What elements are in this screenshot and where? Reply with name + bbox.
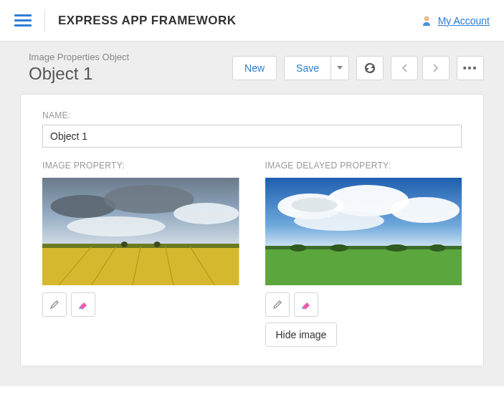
next-button[interactable] bbox=[422, 56, 450, 80]
name-input[interactable] bbox=[42, 125, 462, 148]
toolbar: New Save ••• bbox=[232, 56, 484, 80]
svg-point-26 bbox=[429, 244, 445, 252]
image-property-column: IMAGE PROPERTY: bbox=[42, 161, 239, 347]
name-label: NAME: bbox=[42, 110, 462, 120]
image-property-preview bbox=[42, 178, 239, 285]
form-card: NAME: IMAGE PROPERTY: bbox=[20, 94, 484, 366]
breadcrumb: Image Properties Object bbox=[29, 52, 129, 62]
svg-point-25 bbox=[386, 244, 407, 252]
svg-point-19 bbox=[294, 211, 384, 231]
svg-point-20 bbox=[291, 198, 337, 212]
save-button[interactable]: Save bbox=[284, 56, 331, 80]
prev-button[interactable] bbox=[391, 56, 418, 80]
svg-point-23 bbox=[290, 244, 306, 252]
svg-rect-21 bbox=[265, 246, 462, 285]
chevron-down-icon bbox=[337, 66, 343, 70]
eraser-icon bbox=[77, 300, 89, 310]
image-delayed-label: IMAGE DELAYED PROPERTY: bbox=[265, 161, 462, 171]
hide-image-button[interactable]: Hide image bbox=[265, 323, 338, 347]
svg-point-5 bbox=[67, 216, 165, 237]
svg-point-14 bbox=[154, 242, 161, 247]
pencil-icon bbox=[272, 300, 282, 310]
image-property-edit-button[interactable] bbox=[42, 292, 67, 317]
user-icon bbox=[421, 15, 432, 27]
chevron-left-icon bbox=[401, 64, 407, 72]
sub-header: Image Properties Object Object 1 New Sav… bbox=[0, 42, 504, 94]
divider bbox=[44, 10, 45, 32]
dots-icon: ••• bbox=[463, 62, 478, 74]
pencil-icon bbox=[49, 300, 60, 310]
image-property-label: IMAGE PROPERTY: bbox=[42, 161, 239, 171]
top-bar: EXPRESS APP FRAMEWORK My Account bbox=[0, 0, 504, 42]
svg-point-24 bbox=[330, 244, 348, 252]
more-button[interactable]: ••• bbox=[457, 56, 484, 80]
account-area: My Account bbox=[421, 15, 490, 27]
new-button[interactable]: New bbox=[232, 56, 277, 80]
image-delayed-edit-button[interactable] bbox=[265, 292, 290, 317]
my-account-link[interactable]: My Account bbox=[438, 15, 490, 27]
image-delayed-column: IMAGE DELAYED PROPERTY: bbox=[265, 161, 462, 347]
refresh-button[interactable] bbox=[356, 56, 384, 80]
save-dropdown-button[interactable] bbox=[331, 56, 349, 80]
chevron-right-icon bbox=[433, 64, 439, 72]
app-brand: EXPRESS APP FRAMEWORK bbox=[58, 14, 237, 28]
svg-point-13 bbox=[121, 242, 128, 247]
image-delayed-preview bbox=[265, 178, 462, 285]
content-area: NAME: IMAGE PROPERTY: bbox=[0, 94, 504, 386]
menu-icon[interactable] bbox=[14, 12, 32, 29]
save-split-button: Save bbox=[284, 56, 349, 80]
image-property-clear-button[interactable] bbox=[71, 292, 95, 317]
refresh-icon bbox=[363, 62, 376, 75]
eraser-icon bbox=[300, 300, 312, 310]
svg-point-4 bbox=[173, 203, 239, 224]
svg-rect-6 bbox=[42, 244, 239, 285]
svg-point-18 bbox=[390, 197, 459, 223]
svg-point-0 bbox=[424, 16, 429, 21]
page-title: Object 1 bbox=[29, 64, 129, 84]
image-delayed-clear-button[interactable] bbox=[294, 292, 318, 317]
